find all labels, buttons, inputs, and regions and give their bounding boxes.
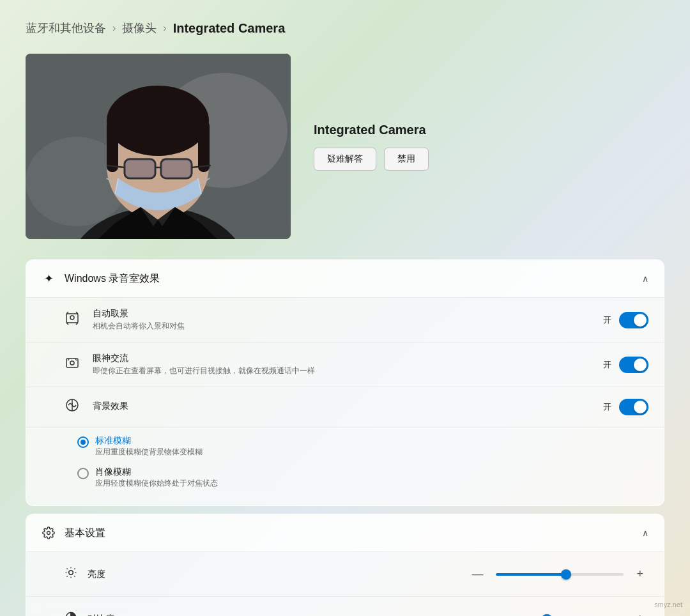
eye-contact-icon — [65, 355, 80, 374]
blur-options: 标准模糊 应用重度模糊使背景物体变模糊 肖像模糊 应用轻度模糊使你始终处于对焦状… — [26, 427, 664, 505]
background-effects-state: 开 — [603, 401, 611, 413]
troubleshoot-button[interactable]: 疑难解答 — [314, 148, 376, 171]
contrast-row: 对比度 — + — [26, 596, 664, 616]
background-effects-title: 背景效果 — [93, 401, 593, 412]
portrait-blur-text: 肖像模糊 应用轻度模糊使你始终处于对焦状态 — [95, 466, 218, 489]
camera-preview — [26, 54, 291, 239]
auto-framing-desc: 相机会自动将你入景和对焦 — [93, 321, 593, 332]
studio-effects-header[interactable]: ✦ Windows 录音室效果 ∧ — [26, 260, 664, 297]
studio-effects-panel: ✦ Windows 录音室效果 ∧ 自动取景 相机会自动将你入景和对焦 开 — [26, 259, 664, 506]
eye-contact-text: 眼神交流 即使你正在查看屏幕，也可进行目视接触，就像在视频通话中一样 — [93, 353, 593, 376]
svg-point-23 — [47, 532, 50, 535]
svg-point-6 — [107, 86, 209, 156]
portrait-blur-option[interactable]: 肖像模糊 应用轻度模糊使你始终处于对焦状态 — [77, 466, 648, 489]
breadcrumb: 蓝牙和其他设备 › 摄像头 › Integrated Camera — [26, 20, 664, 36]
svg-rect-18 — [66, 314, 78, 323]
background-effects-icon — [65, 397, 80, 417]
basic-settings-label: 基本设置 — [65, 527, 105, 540]
contrast-controls: — + — [136, 610, 648, 616]
brightness-controls: — + — [136, 565, 648, 583]
watermark: smyz.net — [654, 601, 682, 608]
breadcrumb-item-2[interactable]: 摄像头 — [122, 20, 157, 36]
auto-framing-text: 自动取景 相机会自动将你入景和对焦 — [93, 308, 593, 332]
background-effects-toggle[interactable] — [619, 399, 648, 415]
background-effects-text: 背景效果 — [93, 401, 593, 413]
contrast-plus[interactable]: + — [631, 610, 648, 616]
svg-rect-15 — [161, 159, 192, 178]
brightness-row: 亮度 — + — [26, 551, 664, 596]
eye-contact-state: 开 — [603, 359, 611, 371]
auto-framing-toggle[interactable] — [619, 312, 648, 328]
auto-framing-state: 开 — [603, 314, 611, 326]
studio-effects-chevron: ∧ — [642, 273, 648, 284]
breadcrumb-item-1[interactable]: 蓝牙和其他设备 — [26, 20, 106, 36]
portrait-blur-desc: 应用轻度模糊使你始终处于对焦状态 — [95, 478, 218, 489]
breadcrumb-sep-2: › — [163, 22, 166, 34]
portrait-blur-title: 肖像模糊 — [95, 466, 218, 478]
auto-framing-row: 自动取景 相机会自动将你入景和对焦 开 — [26, 297, 664, 342]
auto-framing-icon — [65, 311, 80, 330]
auto-framing-title: 自动取景 — [93, 308, 593, 320]
contrast-icon — [65, 611, 77, 616]
standard-blur-desc: 应用重度模糊使背景物体变模糊 — [95, 447, 203, 458]
camera-info: Integrated Camera 疑难解答 禁用 — [314, 123, 429, 171]
svg-rect-8 — [198, 121, 210, 172]
background-effects-row: 背景效果 开 — [26, 387, 664, 427]
contrast-label: 对比度 — [88, 613, 126, 617]
breadcrumb-item-3: Integrated Camera — [173, 21, 286, 36]
standard-blur-option[interactable]: 标准模糊 应用重度模糊使背景物体变模糊 — [77, 435, 648, 458]
camera-buttons: 疑难解答 禁用 — [314, 148, 429, 171]
disable-button[interactable]: 禁用 — [384, 148, 429, 171]
eye-contact-desc: 即使你正在查看屏幕，也可进行目视接触，就像在视频通话中一样 — [93, 366, 593, 376]
contrast-minus[interactable]: — — [466, 610, 488, 616]
studio-effects-icon: ✦ — [42, 272, 56, 286]
eye-contact-title: 眼神交流 — [93, 353, 593, 364]
brightness-minus[interactable]: — — [466, 565, 488, 583]
camera-name-label: Integrated Camera — [314, 123, 429, 137]
svg-point-24 — [69, 571, 73, 575]
basic-settings-panel: 基本设置 ∧ 亮度 — + 对比 — [26, 514, 664, 616]
basic-settings-icon — [42, 526, 56, 540]
svg-point-21 — [70, 361, 74, 365]
basic-settings-header[interactable]: 基本设置 ∧ — [26, 514, 664, 551]
standard-blur-text: 标准模糊 应用重度模糊使背景物体变模糊 — [95, 435, 203, 458]
eye-contact-control: 开 — [603, 357, 648, 373]
brightness-track[interactable] — [496, 573, 624, 576]
svg-rect-14 — [125, 159, 155, 178]
eye-contact-toggle[interactable] — [619, 357, 648, 373]
brightness-icon — [65, 566, 77, 582]
auto-framing-control: 开 — [603, 312, 648, 328]
portrait-blur-radio[interactable] — [77, 468, 89, 479]
svg-point-19 — [70, 316, 74, 320]
eye-contact-row: 眼神交流 即使你正在查看屏幕，也可进行目视接触，就像在视频通话中一样 开 — [26, 342, 664, 387]
standard-blur-radio[interactable] — [77, 436, 89, 448]
studio-effects-label: Windows 录音室效果 — [65, 272, 160, 286]
camera-section: Integrated Camera 疑难解答 禁用 — [26, 54, 664, 239]
brightness-label: 亮度 — [88, 569, 126, 580]
standard-blur-title: 标准模糊 — [95, 435, 203, 447]
breadcrumb-sep-1: › — [112, 22, 116, 34]
brightness-plus[interactable]: + — [631, 565, 648, 583]
svg-rect-7 — [107, 121, 118, 172]
basic-settings-chevron: ∧ — [642, 528, 648, 538]
background-effects-control: 开 — [603, 399, 648, 415]
